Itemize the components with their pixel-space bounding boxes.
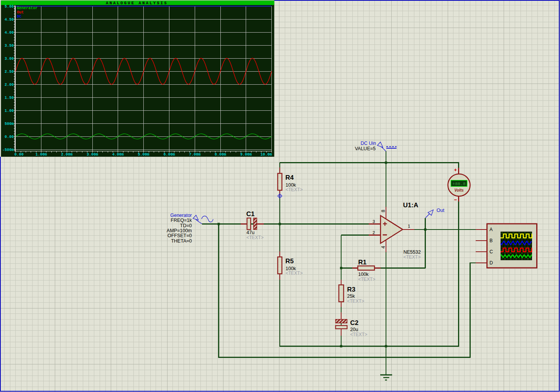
svg-text:<TEXT>: <TEXT> <box>358 277 376 282</box>
svg-text:C2: C2 <box>350 319 359 326</box>
svg-text:4: 4 <box>381 246 386 249</box>
svg-text:-500m: -500m <box>2 148 14 152</box>
svg-text:<TEXT>: <TEXT> <box>347 299 365 304</box>
svg-text:1.00m: 1.00m <box>35 153 47 157</box>
svg-text:THETA=0: THETA=0 <box>171 238 192 244</box>
svg-text:<TEXT>: <TEXT> <box>246 235 264 240</box>
svg-text:B: B <box>489 238 493 243</box>
svg-text:7.00m: 7.00m <box>189 153 200 157</box>
svg-text:8.00m: 8.00m <box>215 153 226 157</box>
svg-text:1: 1 <box>408 224 410 228</box>
svg-text:1.50: 1.50 <box>5 96 14 100</box>
svg-text:5.00: 5.00 <box>5 5 14 9</box>
svg-text:+88.8: +88.8 <box>452 181 466 186</box>
svg-text:D: D <box>489 260 493 266</box>
svg-text:VALUE=5: VALUE=5 <box>355 146 376 151</box>
svg-text:25k: 25k <box>347 294 355 299</box>
svg-text:<TEXT>: <TEXT> <box>350 332 368 337</box>
svg-text:3.00m: 3.00m <box>87 153 98 157</box>
svg-text:<TEXT>: <TEXT> <box>286 187 303 192</box>
svg-text:R3: R3 <box>347 286 356 293</box>
svg-text:C1: C1 <box>246 210 255 218</box>
svg-text:4.00: 4.00 <box>5 31 14 35</box>
svg-text:ANALOGUE ANALYSIS: ANALOGUE ANALYSIS <box>106 1 168 5</box>
svg-text:DC: DC <box>17 15 21 19</box>
svg-text:47u: 47u <box>246 230 255 235</box>
svg-text:0.00: 0.00 <box>15 153 24 157</box>
svg-text:FREQ=1k: FREQ=1k <box>171 218 192 223</box>
svg-text:10.0m: 10.0m <box>261 153 272 157</box>
svg-text:2.00: 2.00 <box>5 83 14 87</box>
svg-text:8: 8 <box>381 210 386 212</box>
svg-text:Out: Out <box>17 10 24 15</box>
svg-text:A: A <box>489 227 493 232</box>
svg-text:2: 2 <box>373 230 375 235</box>
svg-text:Generator: Generator <box>170 213 192 218</box>
svg-text:1.00: 1.00 <box>5 109 14 113</box>
svg-text:DC Uin: DC Uin <box>361 141 376 146</box>
svg-text:Generator: Generator <box>17 6 38 10</box>
svg-text:9.00m: 9.00m <box>240 153 252 157</box>
svg-text:R5: R5 <box>286 258 294 265</box>
svg-text:2.50: 2.50 <box>5 70 14 74</box>
svg-text:<TEXT>: <TEXT> <box>404 254 421 260</box>
svg-text:AMP=100m: AMP=100m <box>167 228 192 233</box>
svg-text:5.00m: 5.00m <box>138 153 149 157</box>
svg-text:TD=0: TD=0 <box>180 223 192 228</box>
svg-text:C: C <box>489 249 493 254</box>
svg-text:4.50: 4.50 <box>5 18 14 22</box>
svg-text:3.00: 3.00 <box>5 57 14 61</box>
svg-text:R1: R1 <box>358 259 367 266</box>
svg-text:3.50: 3.50 <box>5 44 14 48</box>
svg-text:Volts: Volts <box>454 188 464 192</box>
svg-text:U1:A: U1:A <box>403 202 419 209</box>
svg-text:3: 3 <box>373 219 375 224</box>
svg-text:Out: Out <box>437 208 445 213</box>
svg-text:500m: 500m <box>5 122 14 126</box>
svg-text:OFFSET=0: OFFSET=0 <box>168 233 192 238</box>
svg-text:0.00: 0.00 <box>5 135 14 139</box>
svg-text:<TEXT>: <TEXT> <box>286 271 303 276</box>
svg-text:20u: 20u <box>350 327 358 332</box>
svg-text:2.00m: 2.00m <box>61 153 72 157</box>
svg-text:6.00m: 6.00m <box>163 153 175 157</box>
svg-text:100k: 100k <box>358 272 369 277</box>
svg-text:4.00m: 4.00m <box>112 153 124 157</box>
svg-text:R4: R4 <box>286 174 294 181</box>
